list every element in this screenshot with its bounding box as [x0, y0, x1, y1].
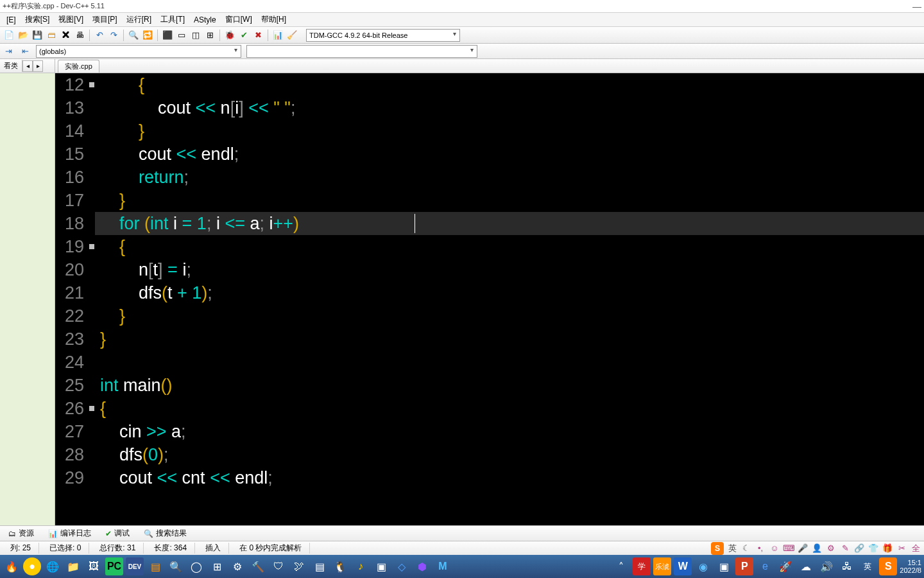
menu-window[interactable]: 窗口[W]: [221, 13, 256, 26]
new-file-icon[interactable]: 📄: [3, 29, 15, 42]
save-all-icon[interactable]: 🗃: [45, 29, 58, 42]
mic-icon[interactable]: 🎤: [797, 543, 809, 554]
task-network-icon[interactable]: 🖧: [838, 557, 856, 575]
task-pycharm-icon[interactable]: PC: [105, 557, 123, 575]
task-app2-icon[interactable]: ⬢: [413, 557, 431, 575]
profile-icon[interactable]: 📊: [271, 29, 284, 42]
pencil-icon[interactable]: ✎: [839, 543, 851, 554]
find-icon[interactable]: 🔍: [127, 29, 140, 42]
menu-view[interactable]: 视图[V]: [55, 13, 87, 26]
scissors-icon[interactable]: ✂: [896, 543, 907, 554]
menu-edit[interactable]: [E]: [3, 14, 20, 26]
menu-search[interactable]: 搜索[S]: [21, 13, 54, 26]
task-onedrive-icon[interactable]: ☁: [797, 557, 815, 575]
task-chevron-up-icon[interactable]: ˄: [612, 557, 630, 575]
save-icon[interactable]: 💾: [31, 29, 44, 42]
task-devcpp-icon[interactable]: DEV: [126, 557, 144, 575]
task-hammer-icon[interactable]: 🔨: [249, 557, 267, 575]
print-icon[interactable]: 🖶: [73, 29, 86, 42]
code-content[interactable]: { cout << n[i] << " "; } cout << endl; r…: [95, 73, 924, 525]
sidebar-tab-prev[interactable]: ◂: [22, 60, 33, 72]
sidebar-tab-classes[interactable]: 看类: [0, 60, 22, 72]
status-total-lines: 总行数: 31: [92, 543, 144, 554]
menu-tools[interactable]: 工具[T]: [157, 13, 189, 26]
task-shield-icon[interactable]: 🛡: [270, 557, 287, 575]
link-icon[interactable]: 🔗: [853, 543, 865, 554]
task-image-icon[interactable]: 🖼: [85, 557, 103, 575]
code-editor[interactable]: 121314151617181920212223242526272829 { c…: [55, 73, 924, 525]
compiler-select[interactable]: [306, 29, 460, 42]
members-select[interactable]: [246, 45, 477, 58]
ime-lang[interactable]: 英: [726, 543, 738, 554]
debug2-icon[interactable]: 🧹: [286, 29, 298, 42]
face-icon[interactable]: ☺: [769, 543, 780, 554]
task-sublime-icon[interactable]: ▤: [146, 557, 164, 575]
task-music-icon[interactable]: ♪: [352, 557, 370, 575]
menu-astyle[interactable]: AStyle: [190, 14, 220, 26]
open-file-icon[interactable]: 📂: [17, 29, 30, 42]
keyboard-icon[interactable]: ⌨: [783, 543, 794, 554]
bottom-tab-resource[interactable]: 🗂资源: [3, 526, 40, 541]
close-icon[interactable]: 🗙: [59, 29, 72, 42]
task-steam-icon[interactable]: ⚙: [228, 557, 246, 575]
bottom-tab-debug[interactable]: ✔调试: [99, 526, 135, 541]
rebuild-icon[interactable]: ⊞: [203, 29, 216, 42]
task-app1-icon[interactable]: ▤: [311, 557, 329, 575]
file-tab-active[interactable]: 实验.cpp: [58, 60, 99, 73]
gift-icon[interactable]: 🎁: [882, 543, 893, 554]
redo-icon[interactable]: ↷: [107, 29, 120, 42]
back-icon[interactable]: ⇤: [19, 46, 31, 57]
moon-icon[interactable]: ☾: [740, 543, 752, 554]
task-chrome-icon[interactable]: 🌐: [44, 557, 62, 575]
globals-select-wrap[interactable]: [36, 45, 241, 58]
task-code-icon[interactable]: ◇: [393, 557, 411, 575]
taskbar-clock[interactable]: 15:1 2022/8: [900, 559, 921, 574]
bottom-tab-find-results[interactable]: 🔍搜索结果: [138, 526, 193, 541]
task-flame-icon[interactable]: 🔥: [3, 557, 21, 575]
stop-icon[interactable]: ✔: [237, 29, 250, 42]
members-select-wrap[interactable]: [246, 45, 477, 58]
compile-run-icon[interactable]: ◫: [189, 29, 202, 42]
bottom-tab-compile-log[interactable]: 📊编译日志: [42, 526, 97, 541]
globals-select[interactable]: [36, 45, 241, 58]
task-rocket-icon[interactable]: 🚀: [776, 557, 794, 575]
task-windows-icon[interactable]: ⊞: [208, 557, 226, 575]
task-search-icon[interactable]: 🔍: [167, 557, 185, 575]
goto-icon[interactable]: ⇥: [3, 46, 14, 57]
task-sogou-icon[interactable]: S: [879, 557, 897, 575]
task-app4-icon[interactable]: ▣: [715, 557, 733, 575]
undo-icon[interactable]: ↶: [93, 29, 106, 42]
menu-help[interactable]: 帮助[H]: [257, 13, 290, 26]
task-explorer-icon[interactable]: 📁: [64, 557, 82, 575]
cancel-icon[interactable]: ✖: [252, 29, 264, 42]
compiler-select-wrap[interactable]: [306, 29, 460, 42]
task-lehua-icon[interactable]: 乐淲: [653, 557, 671, 575]
fullwidth-icon[interactable]: 全: [910, 543, 921, 554]
task-terminal-icon[interactable]: ▣: [372, 557, 390, 575]
task-cortana-icon[interactable]: ◯: [187, 557, 205, 575]
task-app3-icon[interactable]: ◉: [694, 557, 712, 575]
shirt-icon[interactable]: 👕: [868, 543, 879, 554]
replace-icon[interactable]: 🔁: [141, 29, 154, 42]
debug-icon[interactable]: 🐞: [223, 29, 236, 42]
task-word-icon[interactable]: W: [674, 557, 692, 575]
menu-run[interactable]: 运行[R]: [123, 13, 155, 26]
sogou-ime-icon[interactable]: S: [711, 542, 724, 555]
task-qq-icon[interactable]: 🐧: [331, 557, 349, 575]
task-ppt-icon[interactable]: P: [735, 557, 753, 575]
menu-project[interactable]: 项目[P]: [89, 13, 121, 26]
person-icon[interactable]: 👤: [811, 543, 823, 554]
minimize-button[interactable]: —: [912, 1, 921, 12]
task-ime-icon[interactable]: 英: [859, 557, 877, 575]
dots-icon[interactable]: •,: [755, 543, 766, 554]
run-icon[interactable]: ▭: [175, 29, 188, 42]
compile-icon[interactable]: ⬛: [161, 29, 174, 42]
task-volume-icon[interactable]: 🔊: [817, 557, 835, 575]
task-360-icon[interactable]: ●: [23, 557, 41, 575]
sidebar-tab-next[interactable]: ▸: [33, 60, 43, 72]
task-xue-icon[interactable]: 学: [633, 557, 651, 575]
task-ie-icon[interactable]: e: [756, 557, 774, 575]
task-dove-icon[interactable]: 🕊: [290, 557, 308, 575]
task-m-icon[interactable]: M: [434, 557, 452, 575]
gear-icon[interactable]: ⚙: [825, 543, 837, 554]
